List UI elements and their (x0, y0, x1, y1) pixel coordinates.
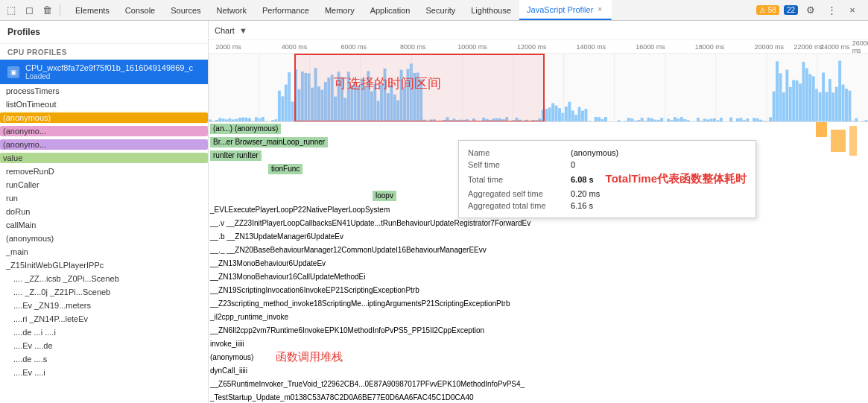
info-badge[interactable]: 22 (784, 5, 798, 15)
tooltip-self-row: Self time 0 (468, 159, 747, 171)
list-item[interactable]: ....Ev ....i (0, 366, 208, 379)
list-item[interactable]: (an...) (anonymous) (209, 122, 868, 136)
list-item[interactable]: _il2cpp_runtime_invoke (209, 310, 868, 323)
list-item[interactable]: _Z15InitWebGLPlayerIPPc (0, 258, 208, 272)
profile-name: CPU_wxcf8fa72e9f75f01b_1616049149869_c (25, 63, 200, 72)
list-item[interactable]: dynCall_iiiii (209, 364, 868, 377)
tab-js-profiler[interactable]: JavaScript Profiler × (519, 0, 612, 20)
chart-label: Chart (215, 26, 235, 35)
list-item[interactable]: .... _Z...0j _Z21Pi...Sceneb (0, 285, 208, 299)
list-item[interactable]: __ZN13MonoBehaviour16CallUpdateMethodEi (209, 270, 868, 283)
ruler-tick: 16000 ms (636, 43, 665, 51)
settings-icon[interactable]: ⚙ (802, 2, 819, 19)
list-item[interactable]: ....de ...i ....i (0, 326, 208, 339)
tooltip-aggtotal-val: 6.16 s (571, 201, 593, 210)
list-item[interactable]: doRun (0, 205, 208, 218)
list-item[interactable]: __Z65RuntimeInvoker_TrueVoid_t22962CB4..… (209, 377, 868, 390)
tab-memory[interactable]: Memory (317, 0, 363, 20)
svg-rect-0 (816, 122, 827, 137)
chart-dropdown[interactable]: ▼ (239, 26, 247, 35)
tab-elements[interactable]: Elements (68, 0, 118, 20)
tooltip-name-key: Name (468, 148, 565, 157)
tabs-container: Elements Console Sources Network Perform… (68, 0, 755, 20)
content-area: Chart ▼ 2000 ms 4000 ms 6000 ms 8000 ms … (209, 21, 868, 403)
tab-console[interactable]: Console (118, 0, 163, 20)
tooltip-name-row: Name (anonymous) (468, 147, 747, 159)
tooltip-self-key: Self time (468, 160, 565, 169)
list-item[interactable]: _TestStartup_Update_m0138C53A78C2D0A6BE7… (209, 390, 868, 403)
list-item[interactable]: (anonymous) (0, 232, 208, 245)
tooltip-aggself-val: 0.20 ms (571, 189, 600, 198)
ruler-tick: 2000 ms (215, 43, 241, 51)
ruler-tick: 14000 ms (577, 43, 606, 51)
right-bars (808, 122, 868, 403)
list-item[interactable]: ....de ....s (0, 352, 208, 366)
main-container: Profiles CPU PROFILES ▣ CPU_wxcf8fa72e9f… (0, 21, 868, 403)
ruler-tick: 26000 ms (852, 40, 868, 54)
ruler-tick: 18000 ms (695, 43, 725, 51)
list-item[interactable]: processTimers (0, 84, 208, 98)
list-item[interactable]: runCaller (0, 178, 208, 191)
tooltip-aggtotal-key: Aggregated total time (468, 201, 565, 210)
list-item[interactable]: callMain (0, 218, 208, 232)
chart-container[interactable]: 2000 ms 4000 ms 6000 ms 8000 ms 10000 ms… (209, 40, 868, 122)
list-item[interactable]: ....Ev _ZN19...meters (0, 299, 208, 312)
list-item[interactable]: __.b __ZN13UpdateManager6UpdateEv (209, 229, 868, 243)
profile-status: Loaded (25, 72, 200, 80)
list-item[interactable]: .... _ZZ...icsb _Z0Pi...Sceneb (0, 272, 208, 285)
list-item[interactable]: __._ __ZN20BaseBehaviourManager12CommonU… (209, 243, 868, 256)
tooltip-total-key: Total time (468, 175, 565, 184)
profile-item[interactable]: ▣ CPU_wxcf8fa72e9f75f01b_1616049149869_c… (0, 60, 208, 84)
tab-application[interactable]: Application (363, 0, 419, 20)
toolbar-right: ⚠ 58 22 ⚙ ⋮ × (756, 2, 865, 19)
toolbar-sep1 (60, 4, 60, 16)
ruler-tick: 12000 ms (517, 43, 547, 51)
profile-info: CPU_wxcf8fa72e9f75f01b_1616049149869_c L… (25, 63, 200, 80)
tooltip-total-row: Total time 6.08 s TotalTime代表函数整体耗时 (468, 171, 747, 188)
sidebar-header: Profiles (0, 21, 208, 44)
list-item[interactable]: __ZN6Il2cpp2vm7Runtime6InvokeEPK10Method… (209, 323, 868, 337)
profile-icon: ▣ (7, 66, 19, 78)
ruler-tick: 10000 ms (457, 43, 487, 51)
tooltip-total-annotation: TotalTime代表函数整体耗时 (606, 172, 747, 186)
list-item[interactable]: __ZN13MonoBehaviour6UpdateEv (209, 256, 868, 270)
callstack-annotation: 函数调用堆栈 (276, 350, 343, 364)
chart-header: Chart ▼ (209, 21, 868, 40)
tab-close-icon[interactable]: × (596, 4, 604, 14)
list-item[interactable]: (anonymous) 函数调用堆栈 (209, 350, 868, 364)
list-item[interactable]: __Z23scripting_method_invoke18ScriptingM… (209, 296, 868, 310)
list-item[interactable]: listOnTimeout (0, 98, 208, 111)
tooltip-aggself-key: Aggregated self time (468, 189, 565, 198)
tab-js-profiler-label: JavaScript Profiler (527, 5, 593, 14)
devtools-toolbar: ⬚ ◻ 🗑 Elements Console Sources Network P… (0, 0, 868, 21)
list-item[interactable]: (anonymous) (0, 111, 208, 124)
more-icon[interactable]: ⋮ (823, 2, 840, 19)
list-item[interactable]: _main (0, 245, 208, 258)
tab-lighthouse[interactable]: Lighthouse (463, 0, 519, 20)
list-item[interactable]: removeRunD (0, 165, 208, 178)
ruler-tick: 4000 ms (282, 43, 308, 51)
tab-sources[interactable]: Sources (163, 0, 209, 20)
ruler-tick: 24000 ms (820, 43, 850, 51)
list-item[interactable]: value (0, 151, 208, 165)
trash-icon[interactable]: 🗑 (39, 2, 55, 19)
list-item[interactable]: ....Ev ....de (0, 339, 208, 352)
list-item[interactable]: (anonymo... (0, 124, 208, 138)
tab-performance[interactable]: Performance (255, 0, 317, 20)
minimap-canvas[interactable] (209, 54, 868, 122)
list-item[interactable]: invoke_iiiii (209, 337, 868, 350)
pointer-icon[interactable]: ◻ (21, 2, 37, 19)
flame-left-panel: processTimers listOnTimeout (anonymous) … (0, 84, 208, 403)
tab-security[interactable]: Security (418, 0, 463, 20)
list-item[interactable]: (anonymo... (0, 138, 208, 151)
tooltip-aggtotal-row: Aggregated total time 6.16 s (468, 200, 747, 212)
list-item[interactable]: run (0, 191, 208, 205)
tab-network[interactable]: Network (209, 0, 255, 20)
warning-badge[interactable]: ⚠ 58 (756, 5, 779, 15)
cpu-profiles-label: CPU PROFILES (0, 44, 208, 60)
list-item[interactable]: ....ri _ZN14P...leteEv (0, 312, 208, 326)
list-item[interactable]: __ZN19ScriptingInvocation6InvokeEP21Scri… (209, 283, 868, 296)
inspect-icon[interactable]: ⬚ (3, 2, 19, 19)
close-window-icon[interactable]: × (844, 2, 861, 19)
chart-graph[interactable]: 可选择的时间区间 (209, 54, 868, 122)
